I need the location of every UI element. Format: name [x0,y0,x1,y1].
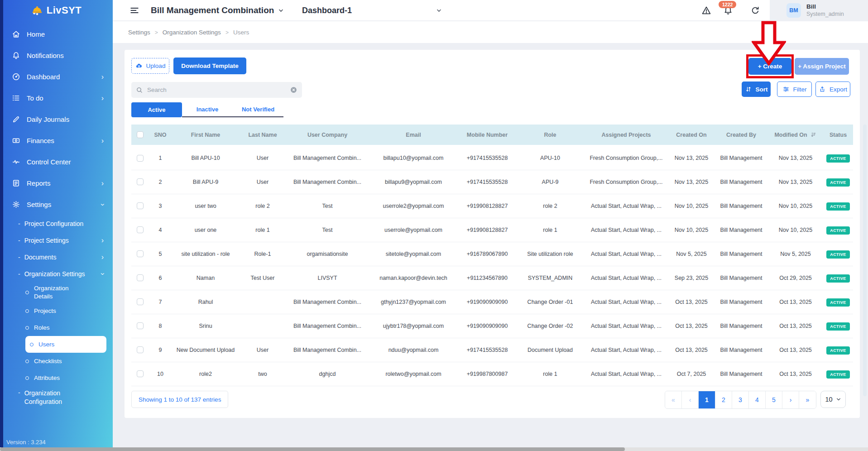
column-header-modified_on[interactable]: Modified On [768,125,823,146]
row-checkbox[interactable] [137,226,144,233]
cell-mobile: +919090909090 [458,314,516,338]
pagination-page-1[interactable]: 1 [699,391,715,408]
tab-inactive[interactable]: Inactive [182,102,233,117]
sidebar-item-project-settings[interactable]: Project Settings› [0,232,113,249]
pagination-prev-button[interactable]: ‹ [682,391,699,408]
sidebar-item-label: Project Configuration [24,220,84,227]
column-header-first_name[interactable]: First Name [172,125,239,146]
sidebar-item-control-center[interactable]: Control Center [0,151,113,173]
sidebar-item-notifications[interactable]: Notifications [0,45,113,66]
tab-not-verified[interactable]: Not Verified [233,102,283,117]
sidebar-item-settings[interactable]: Settings› [0,194,113,215]
version-label: Version : 3.234 [6,439,46,446]
sidebar-item-finances[interactable]: Finances› [0,130,113,151]
cell-first_name: Rahul [172,290,239,314]
row-checkbox[interactable] [137,370,144,377]
workspace-selector[interactable]: Bill Management Combination [151,0,284,21]
upload-button[interactable]: Upload [131,58,169,74]
vertical-scrollbar[interactable] [863,125,867,396]
sidebar-item-dashboard[interactable]: Dashboard› [0,66,113,87]
sidebar-item-organization-configuration[interactable]: Organization Configuration [0,386,113,406]
pagination-first-button[interactable]: « [665,391,682,408]
sort-button[interactable]: Sort [742,82,771,97]
pagination-page-5[interactable]: 5 [766,391,782,408]
breadcrumb-item-settings[interactable]: Settings [128,29,150,36]
sidebar-item-label: Finances [27,137,54,144]
pagination-next-button[interactable]: › [782,391,799,408]
row-checkbox[interactable] [137,155,144,162]
filter-button[interactable]: Filter [777,82,812,97]
column-header-created_on[interactable]: Created On [668,125,715,146]
cell-status: ACTIVE [823,194,853,218]
sidebar-item-attributes[interactable]: Attributes [0,369,113,386]
search-input[interactable] [147,86,290,93]
bell-icon [12,51,20,60]
pagination-last-button[interactable]: » [799,391,816,408]
assign-project-button[interactable]: + Assign Project [795,58,849,75]
cell-modified_on: Oct 13, 2025 [768,362,823,386]
pagination-page-3[interactable]: 3 [732,391,749,408]
sidebar-item-home[interactable]: Home [0,24,113,45]
column-header-label: SNO [154,132,166,138]
export-button[interactable]: Export [815,82,850,97]
column-header-user_company[interactable]: User Company [286,125,369,146]
pencil-icon [12,115,20,124]
helmet-logo-icon [31,5,43,16]
download-template-button[interactable]: Download Template [173,58,246,74]
select-all-checkbox[interactable] [137,131,144,138]
column-header-last_name[interactable]: Last Name [239,125,286,146]
column-header-mobile[interactable]: Mobile Number [458,125,516,146]
row-checkbox[interactable] [137,250,144,257]
sidebar-item-daily-journals[interactable]: Daily Journals [0,109,113,130]
sidebar-item-checklists[interactable]: Checklists [0,353,113,369]
cell-checkbox [131,218,149,242]
sidebar-item-users[interactable]: Users [25,336,106,353]
cell-user_company: Bill Management Combin... [286,290,369,314]
status-badge: ACTIVE [826,226,849,235]
sort-label: Sort [756,86,768,93]
cell-mobile: +917415535528 [458,338,516,362]
horizontal-scrollbar-thumb[interactable] [0,447,625,451]
row-checkbox[interactable] [137,274,144,281]
warning-icon[interactable] [701,5,711,15]
cell-role: Site utilization role [516,242,584,266]
breadcrumb-item-users[interactable]: Users [233,29,249,36]
column-header-created_by[interactable]: Created By [715,125,768,146]
column-header-role[interactable]: Role [516,125,584,146]
page-size-select[interactable]: 10 [820,391,846,408]
row-checkbox[interactable] [137,298,144,305]
create-button[interactable]: + Create [748,58,791,75]
app-logo[interactable]: LivSYT [0,5,113,16]
sidebar-item-project-configuration[interactable]: Project Configuration [0,215,113,232]
column-header-label: Created By [726,132,756,138]
refresh-icon[interactable] [750,5,760,15]
user-menu[interactable]: BM Bill System_admin [770,0,868,21]
dashboard-chevron-down-icon[interactable] [436,8,442,14]
row-checkbox[interactable] [137,322,144,329]
sidebar-item-organization-settings[interactable]: Organization Settings› [0,265,113,282]
sidebar-item-roles[interactable]: Roles [0,319,113,336]
row-checkbox[interactable] [137,178,144,185]
clear-search-icon[interactable] [290,86,297,94]
sidebar-item-organization-details[interactable]: Organization Details [0,282,113,302]
cell-first_name: Naman [172,266,239,290]
pagination-page-4[interactable]: 4 [749,391,766,408]
sidebar-item-documents[interactable]: Documents› [0,249,113,265]
tab-active[interactable]: Active [131,102,182,117]
sidebar-item-reports[interactable]: Reports› [0,173,113,194]
pagination-page-2[interactable]: 2 [715,391,732,408]
row-checkbox[interactable] [137,346,144,353]
sidebar-item-to-do[interactable]: To do› [0,87,113,109]
dashboard-selector[interactable]: Dashboard-1 [302,0,352,21]
breadcrumb-item-organization-settings[interactable]: Organization Settings [163,29,221,36]
column-header-assigned_projects[interactable]: Assigned Projects [584,125,668,146]
cell-first_name: role2 [172,362,239,386]
column-header-status[interactable]: Status [823,125,853,146]
hamburger-menu-icon[interactable] [129,5,139,15]
cell-sno: 9 [149,338,172,362]
column-header-sno[interactable]: SNO [149,125,172,146]
sidebar-item-projects[interactable]: Projects [0,302,113,319]
column-header-email[interactable]: Email [369,125,458,146]
avatar: BM [786,3,801,18]
row-checkbox[interactable] [137,202,144,209]
